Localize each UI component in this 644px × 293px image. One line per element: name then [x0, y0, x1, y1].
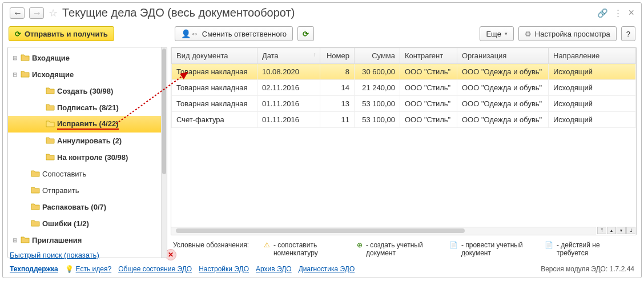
cell-counterparty: ООО "Стиль"	[400, 96, 457, 112]
cell-org: ООО "Одежда и обувь"	[457, 80, 549, 96]
cell-org: ООО "Одежда и обувь"	[457, 112, 549, 128]
legend-title: Условные обозначения:	[173, 241, 249, 249]
tree-item-label: Входящие	[32, 54, 70, 62]
refresh-icon: ⟳	[303, 30, 309, 38]
tree-scrollbar[interactable]	[161, 47, 167, 258]
edo-state-link[interactable]: Общее состояние ЭДО	[118, 265, 192, 273]
tree-item[interactable]: Подписать (8/21)	[8, 99, 167, 116]
legend-post: - провести учетный документ	[461, 241, 530, 257]
edo-archive-link[interactable]: Архив ЭДО	[256, 265, 292, 273]
folder-icon	[21, 235, 30, 245]
col-sum[interactable]: Сумма	[355, 48, 400, 64]
tree-toggle-icon[interactable]: ⊟	[11, 71, 18, 78]
tree-item[interactable]: Отправить	[8, 182, 167, 199]
scroll-bottom-icon[interactable]: ⤓	[626, 227, 635, 234]
more-label: Еще	[486, 30, 501, 38]
tree-toggle-icon[interactable]: ⊞	[11, 55, 18, 61]
folder-icon	[31, 186, 40, 195]
col-direction[interactable]: Направление	[549, 48, 636, 64]
view-settings-button[interactable]: ⚙ Настройка просмотра	[518, 26, 617, 41]
scroll-up-icon[interactable]: ▴	[607, 227, 616, 234]
tree-item[interactable]: Ошибки (1/2)	[8, 215, 167, 232]
cell-counterparty: ООО "Стиль"	[400, 80, 457, 96]
col-number[interactable]: Номер	[320, 48, 355, 64]
table-row[interactable]: Товарная накладная 02.11.2016 14 21 240,…	[172, 80, 636, 96]
cell-counterparty: ООО "Стиль"	[400, 64, 457, 80]
tree-item[interactable]: Распаковать (0/7)	[8, 199, 167, 215]
send-receive-button[interactable]: ⟳ Отправить и получить	[9, 26, 114, 41]
tree-item[interactable]: Создать (30/98)	[8, 83, 167, 99]
support-link[interactable]: Техподдержка	[10, 265, 58, 273]
tree-item[interactable]: На контроле (30/98)	[8, 149, 167, 166]
cell-org: ООО "Одежда и обувь"	[457, 64, 549, 80]
tree-item[interactable]: Сопоставить	[8, 166, 167, 182]
favorite-star-icon[interactable]: ☆	[49, 7, 58, 19]
page-title: Текущие дела ЭДО (весь документооборот)	[62, 6, 593, 19]
tree-item-label: Сопоставить	[42, 170, 86, 178]
table-row[interactable]: Счет-фактура 01.11.2016 11 53 100,00 ООО…	[172, 112, 636, 128]
cell-doc-type: Товарная накладная	[172, 96, 257, 112]
cell-sum: 53 100,00	[355, 96, 400, 112]
chevron-down-icon: ▾	[505, 31, 508, 37]
cell-direction: Исходящий	[549, 64, 636, 80]
gear-icon: ⚙	[525, 30, 532, 38]
tree-item-label: Отправить	[42, 186, 79, 195]
folder-tree[interactable]: ⊞Входящие⊟ИсходящиеСоздать (30/98)Подпис…	[7, 47, 167, 258]
cell-doc-type: Товарная накладная	[172, 64, 257, 80]
nav-back-button[interactable]: 🡐	[10, 7, 25, 19]
col-doc-type[interactable]: Вид документа	[172, 48, 257, 64]
col-org[interactable]: Организация	[457, 48, 549, 64]
edo-settings-link[interactable]: Настройки ЭДО	[199, 265, 249, 273]
sort-asc-icon: ↑	[313, 51, 316, 58]
link-icon[interactable]: 🔗	[597, 8, 608, 18]
folder-icon	[21, 53, 30, 63]
nav-forward-button[interactable]: 🡒	[29, 7, 44, 19]
close-icon[interactable]: ×	[628, 7, 634, 19]
cell-doc-type: Счет-фактура	[172, 112, 257, 128]
cell-org: ООО "Одежда и обувь"	[457, 96, 549, 112]
tree-item[interactable]: ⊞Входящие	[8, 50, 167, 66]
cell-doc-type: Товарная накладная	[172, 80, 257, 96]
scroll-top-icon[interactable]: ⤒	[597, 227, 606, 234]
tree-item-label: Распаковать (0/7)	[42, 203, 106, 211]
cell-date: 02.11.2016	[257, 80, 320, 96]
edo-diag-link[interactable]: Диагностика ЭДО	[299, 265, 355, 273]
idea-link[interactable]: Есть идея?	[76, 265, 112, 273]
lightbulb-icon: 💡	[65, 265, 74, 273]
folder-icon	[31, 169, 40, 179]
folder-icon	[46, 136, 55, 146]
cell-number: 14	[320, 80, 355, 96]
help-button[interactable]: ?	[621, 26, 635, 41]
more-button[interactable]: Еще ▾	[480, 26, 513, 41]
col-date[interactable]: Дата↑	[257, 48, 320, 64]
table-row[interactable]: Товарная накладная 10.08.2020 8 30 600,0…	[172, 64, 636, 80]
tree-item[interactable]: ⊞Приглашения	[8, 232, 167, 248]
tree-item[interactable]: Аннулировать (2)	[8, 133, 167, 149]
cell-direction: Исходящий	[549, 80, 636, 96]
document-check-icon: 📄	[449, 241, 458, 249]
folder-icon	[46, 152, 55, 162]
cell-number: 8	[320, 64, 355, 80]
tree-item[interactable]: ⊟Исходящие	[8, 66, 167, 83]
tree-item-label: Приглашения	[32, 236, 82, 244]
cell-number: 13	[320, 96, 355, 112]
more-vertical-icon[interactable]: ⋮	[614, 8, 622, 18]
table-row[interactable]: Товарная накладная 01.11.2016 13 53 100,…	[172, 96, 636, 112]
col-counterparty[interactable]: Контрагент	[400, 48, 457, 64]
tree-item[interactable]: Исправить (4/22)	[8, 116, 167, 133]
folder-icon	[46, 86, 55, 96]
horizontal-scrollbar[interactable]	[171, 227, 596, 235]
refresh-button[interactable]: ⟳	[297, 26, 314, 41]
change-responsible-button[interactable]: 👤↔ Сменить ответственного	[175, 26, 293, 41]
cell-sum: 21 240,00	[355, 80, 400, 96]
tree-item-label: Ошибки (1/2)	[42, 219, 89, 228]
tree-item-label: Создать (30/98)	[57, 87, 113, 95]
tree-toggle-icon[interactable]: ⊞	[11, 237, 18, 243]
cell-date: 01.11.2016	[257, 112, 320, 128]
documents-grid[interactable]: Вид документа Дата↑ Номер Сумма Контраге…	[171, 47, 637, 235]
plus-circle-icon: ⊕	[357, 241, 363, 249]
refresh-icon: ⟳	[15, 30, 21, 38]
cell-direction: Исходящий	[549, 112, 636, 128]
scroll-down-icon[interactable]: ▾	[617, 227, 626, 234]
cell-date: 01.11.2016	[257, 96, 320, 112]
